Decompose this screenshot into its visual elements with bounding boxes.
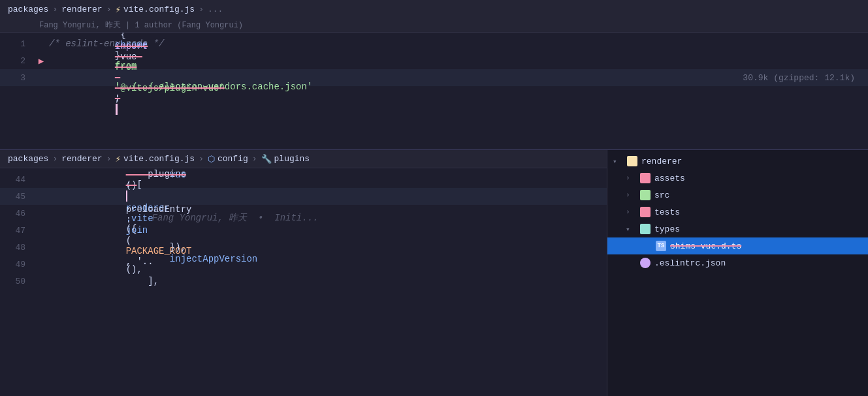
token-inject-49: injectAppVersion	[126, 254, 258, 264]
tree-label-eslintrc: .eslintrc.json	[654, 258, 726, 268]
tree-item-assets[interactable]: › assets	[607, 170, 868, 187]
top-code-area: 1 /* eslint-env node */ 2 ▶ import { chr…	[0, 33, 868, 149]
bc-packages[interactable]: packages	[8, 154, 48, 164]
file-tree-panel: ▾ renderer › assets › src	[607, 150, 868, 396]
bc-sep-1: ›	[52, 154, 57, 164]
tree-item-eslintrc[interactable]: › .eslintrc.json	[607, 254, 868, 271]
code-line-50: 50 ],	[0, 273, 607, 290]
token-indent-47	[126, 194, 192, 204]
tree-label-shims: shims-vue.d.ts	[670, 241, 741, 251]
tree-arrow-eslintrc: ›	[626, 259, 636, 267]
token-vue-45: vue	[126, 170, 186, 180]
tree-item-tests[interactable]: › tests	[607, 204, 868, 221]
tree-item-renderer[interactable]: ▾ renderer	[607, 153, 868, 170]
bc-renderer[interactable]: renderer	[61, 154, 102, 164]
bc-sep-3: ›	[199, 154, 204, 164]
folder-icon-src	[639, 190, 652, 200]
line-num-48: 48	[0, 243, 36, 252]
breadcrumb-sep-2: ›	[106, 5, 112, 14]
tree-label-types: types	[654, 224, 680, 234]
gutter-2: ▶	[36, 55, 46, 67]
tree-label-renderer: renderer	[641, 157, 682, 166]
bottom-pane: packages › renderer › ⚡ vite.config.js ›…	[0, 150, 868, 396]
bc-plugins[interactable]: plugins	[274, 154, 310, 164]
token-string-3: '@vitejs/plugin-vue'	[115, 83, 225, 93]
folder-icon-tests	[639, 207, 652, 217]
tree-arrow-assets: ›	[626, 174, 636, 182]
breakpoint-arrow-2: ▶	[39, 55, 44, 67]
editor-container: packages › renderer › ⚡ vite.config.js ›…	[0, 0, 868, 396]
bc-config[interactable]: config	[217, 154, 248, 164]
token-colon-47: :	[126, 215, 137, 225]
token-from-3: from	[115, 62, 137, 72]
top-pane: packages › renderer › ⚡ vite.config.js ›…	[0, 0, 868, 150]
line-num-47: 47	[0, 226, 36, 236]
breadcrumb-renderer[interactable]: renderer	[61, 5, 102, 14]
code-line-3: 3 import vue from '@vitejs/plugin-vue' ;…	[0, 69, 868, 86]
eslint-icon-eslintrc	[639, 258, 652, 268]
tree-item-types[interactable]: ▾ types	[607, 221, 868, 237]
bc-plugins-icon: 🔧	[261, 154, 272, 164]
breadcrumb-packages[interactable]: packages	[8, 5, 48, 14]
cursor-3	[116, 104, 118, 115]
ts-icon-shims: TS	[654, 241, 667, 251]
git-blame-bar: Fang Yongrui, 昨天 | 1 author (Fang Yongru…	[0, 18, 868, 33]
breadcrumb-viteconfig[interactable]: vite.config.js	[123, 5, 195, 14]
tree-arrow-renderer: ▾	[613, 157, 623, 166]
line-num-1: 1	[0, 39, 36, 49]
folder-icon-types	[639, 224, 652, 234]
top-breadcrumb: packages › renderer › ⚡ vite.config.js ›…	[0, 0, 868, 18]
token-import-3: import	[115, 41, 148, 52]
line-num-44: 44	[0, 175, 36, 185]
bc-vite-icon: ⚡	[115, 153, 120, 164]
line-num-50: 50	[0, 277, 36, 286]
bottom-code-section: packages › renderer › ⚡ vite.config.js ›…	[0, 150, 607, 396]
tree-item-src[interactable]: › src	[607, 187, 868, 204]
bottom-code-lines: 44 plugins : [ 45 vue	[0, 168, 607, 292]
line-num-45: 45	[0, 192, 36, 202]
line-content-50: ],	[46, 266, 607, 297]
line-num-46: 46	[0, 209, 36, 219]
top-code-lines: 1 /* eslint-env node */ 2 ▶ import { chr…	[0, 33, 868, 89]
folder-icon-renderer	[626, 156, 639, 166]
breadcrumb-sep-1: ›	[52, 5, 57, 14]
tree-label-assets: assets	[654, 174, 685, 183]
tree-item-shims[interactable]: › TS shims-vue.d.ts	[607, 237, 868, 254]
line-num-3: 3	[0, 73, 36, 83]
tree-arrow-tests: ›	[626, 208, 636, 216]
bc-viteconfig[interactable]: vite.config.js	[123, 154, 195, 164]
bc-sep-2: ›	[106, 154, 112, 164]
bc-sep-4: ›	[252, 154, 257, 164]
tree-arrow-shims: ›	[641, 242, 652, 250]
token-vue-3: vue	[115, 52, 142, 62]
token-space-3	[115, 72, 120, 83]
tree-label-src: src	[654, 190, 669, 200]
line-num-2: 2	[0, 56, 36, 66]
line-num-49: 49	[0, 260, 36, 269]
vite-icon: ⚡	[115, 4, 120, 15]
bottom-breadcrumb: packages › renderer › ⚡ vite.config.js ›…	[0, 150, 607, 168]
size-hint-3: 30.9k (gzipped: 12.1k)	[743, 73, 855, 83]
git-blame-text: Fang Yongrui, 昨天 | 1 author (Fang Yongru…	[39, 20, 243, 31]
token-preload-47: preloadEntry	[126, 204, 192, 215]
bc-config-icon: ⬡	[208, 154, 215, 164]
tree-label-tests: tests	[654, 207, 680, 217]
folder-icon-assets	[639, 173, 652, 183]
token-semi-3: ;	[115, 93, 120, 104]
breadcrumb-ellipsis: ...	[208, 5, 223, 14]
breadcrumb-sep-3: ›	[199, 5, 204, 14]
tree-arrow-types: ▾	[626, 225, 636, 234]
token-bracket-50: ],	[126, 276, 159, 286]
bottom-code-area: 44 plugins : [ 45 vue	[0, 168, 607, 396]
tree-arrow-src: ›	[626, 191, 636, 199]
